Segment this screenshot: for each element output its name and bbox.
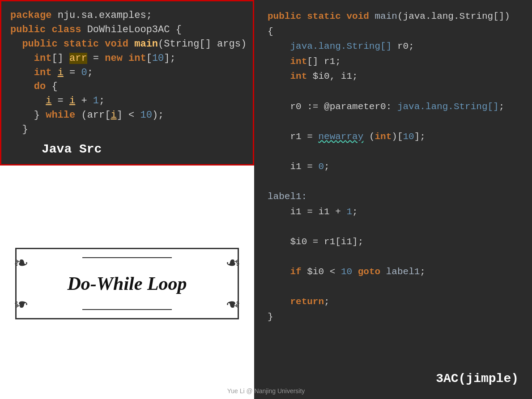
svg-text:❧: ❧ — [226, 293, 240, 317]
jimple-label: 3AC(jimple) — [436, 372, 519, 386]
svg-text:❧: ❧ — [14, 250, 28, 274]
decorative-panel: ❧ ❧ ❧ ❧ Do-While Loop — [0, 168, 254, 399]
svg-text:❧: ❧ — [14, 293, 28, 317]
java-src-label: Java Src — [42, 142, 102, 156]
svg-text:❧: ❧ — [226, 250, 240, 274]
ornament-tr: ❧ — [213, 247, 240, 274]
watermark: Yue Li @ Nanjing University — [227, 387, 305, 395]
ornament-bl: ❧ — [14, 293, 41, 320]
decorative-box: ❧ ❧ ❧ ❧ Do-While Loop — [15, 248, 239, 319]
ornament-br: ❧ — [213, 293, 240, 320]
decorative-title: Do-While Loop — [67, 273, 187, 294]
ornament-tl: ❧ — [14, 247, 41, 274]
jimple-panel: public static void main(java.lang.String… — [254, 0, 532, 399]
java-source-panel: package nju.sa.examples; public class Do… — [0, 0, 254, 166]
